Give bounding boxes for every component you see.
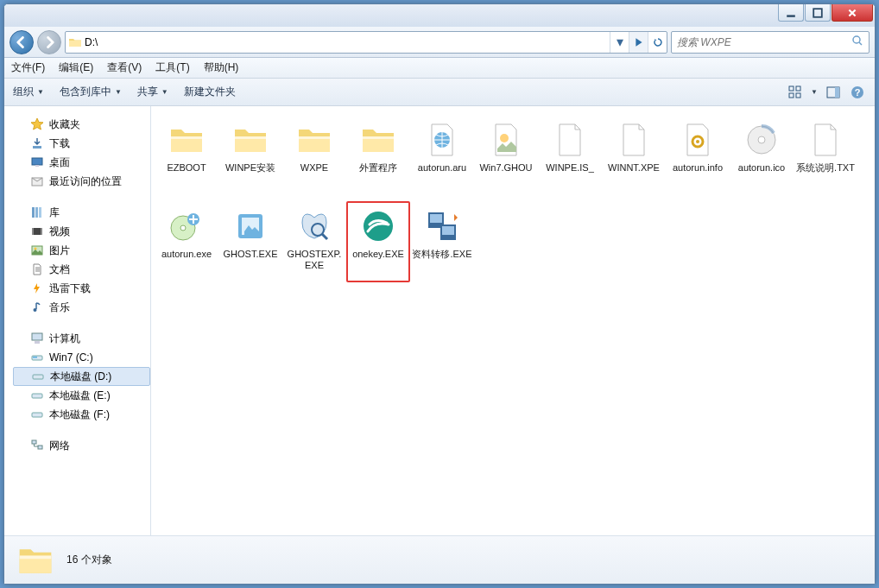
sidebar-item-downloads[interactable]: 下载 [13, 134, 150, 153]
file-generic-icon [485, 119, 527, 161]
file-item-WINPE[interactable]: WINPE安装 [218, 115, 282, 196]
transfer-icon [421, 205, 463, 247]
file-item-winpeis[interactable]: WINPE.IS_ [538, 115, 602, 196]
organize-label: 组织 [13, 85, 34, 99]
recent-icon [30, 174, 44, 188]
address-go-button[interactable] [629, 32, 648, 53]
file-item-autorunexe[interactable]: autorun.exe [155, 201, 218, 282]
menu-tools[interactable]: 工具(T) [155, 60, 189, 75]
sidebar-head-network[interactable]: 网络 [13, 436, 150, 455]
sidebar-item-pictures[interactable]: 图片 [13, 241, 150, 260]
sidebar-item-drive-e[interactable]: 本地磁盘 (E:) [13, 386, 150, 405]
file-label: WINPE.IS_ [546, 162, 594, 174]
file-item-autorunico[interactable]: autorun.ico [730, 115, 794, 196]
folder-icon [357, 119, 399, 161]
back-button[interactable] [9, 30, 34, 54]
file-item-autorunaru[interactable]: autorun.aru [410, 115, 474, 196]
sidebar-item-desktop[interactable]: 桌面 [13, 153, 150, 172]
refresh-button[interactable] [648, 32, 667, 53]
file-blank-icon [613, 119, 655, 161]
help-button[interactable]: ? [849, 84, 866, 101]
file-item-external[interactable]: 外置程序 [346, 115, 410, 196]
svg-rect-1 [813, 9, 822, 17]
music-icon [30, 300, 44, 314]
sidebar-item-thunder[interactable]: 迅雷下载 [13, 279, 150, 298]
sidebar-item-videos[interactable]: 视频 [13, 222, 150, 241]
file-label: WINNT.XPE [608, 162, 660, 174]
file-item-ghostexpexe[interactable]: GHOSTEXP.EXE [282, 201, 346, 282]
sidebar-group-libraries: 库 视频 图片 文档 迅雷下载 [13, 203, 150, 317]
sidebar-item-music[interactable]: 音乐 [13, 298, 150, 317]
sidebar-item-label: 最近访问的位置 [49, 174, 122, 189]
search-box[interactable] [671, 31, 870, 54]
forward-button[interactable] [37, 30, 61, 54]
menu-bar: 文件(F) 编辑(E) 查看(V) 工具(T) 帮助(H) [4, 58, 875, 79]
file-item-winntxpe[interactable]: WINNT.XPE [602, 115, 666, 196]
file-label: autorun.ico [738, 162, 785, 174]
file-item-autoruninfo[interactable]: autorun.info [666, 115, 730, 196]
sidebar-group-favorites: 收藏夹 下载 桌面 最 [13, 115, 150, 191]
toolbar: 组织 ▼ 包含到库中 ▼ 共享 ▼ 新建文件夹 ▼ [4, 79, 875, 106]
include-button[interactable]: 包含到库中 ▼ [60, 85, 122, 99]
sidebar-network-label: 网络 [49, 439, 70, 453]
sidebar-item-recent[interactable]: 最近访问的位置 [13, 172, 150, 191]
svg-rect-31 [32, 440, 36, 444]
newfolder-button[interactable]: 新建文件夹 [184, 85, 236, 99]
sidebar-item-label: 图片 [49, 243, 70, 258]
menu-help[interactable]: 帮助(H) [204, 60, 239, 75]
svg-rect-25 [35, 341, 40, 344]
document-icon [30, 262, 44, 276]
view-icons-button[interactable] [787, 84, 804, 101]
nav-bar: D:\ ▾ [4, 27, 875, 58]
sidebar-item-drive-f[interactable]: 本地磁盘 (F:) [13, 405, 150, 424]
network-icon [30, 439, 44, 452]
titlebar [4, 4, 875, 27]
svg-rect-8 [835, 87, 839, 98]
file-label: 外置程序 [359, 162, 397, 174]
close-button[interactable] [832, 4, 873, 22]
organize-button[interactable]: 组织 ▼ [13, 85, 44, 99]
svg-rect-27 [33, 357, 37, 358]
menu-file[interactable]: 文件(F) [11, 60, 45, 75]
exe-disc-icon [166, 205, 207, 247]
sidebar-head-libraries[interactable]: 库 [13, 203, 150, 222]
file-item-EZBOOT[interactable]: EZBOOT [155, 115, 218, 196]
file-item-WXPE[interactable]: WXPE [282, 115, 346, 196]
file-item-ghostexe[interactable]: GHOST.EXE [218, 201, 282, 282]
preview-pane-button[interactable] [825, 84, 842, 101]
maximize-button[interactable] [805, 4, 831, 22]
sidebar-item-documents[interactable]: 文档 [13, 260, 150, 279]
file-label: WXPE [300, 162, 328, 174]
menu-view[interactable]: 查看(V) [107, 60, 142, 75]
svg-rect-49 [442, 226, 454, 235]
file-gear-icon [677, 119, 718, 161]
svg-rect-28 [33, 375, 43, 379]
search-input[interactable] [677, 36, 851, 48]
share-button[interactable]: 共享 ▼ [137, 85, 168, 99]
address-dropdown[interactable]: ▾ [610, 32, 629, 53]
file-label: autorun.aru [418, 162, 466, 174]
folder-icon [166, 119, 207, 161]
file-item-transfer[interactable]: 资料转移.EXE [410, 201, 474, 282]
sidebar-head-favorites[interactable]: 收藏夹 [13, 115, 150, 134]
file-item-desc[interactable]: 系统说明.TXT [794, 115, 857, 196]
sidebar-item-drive-d[interactable]: 本地磁盘 (D:) [13, 367, 150, 386]
svg-point-40 [180, 225, 186, 231]
sidebar-item-drive-c[interactable]: Win7 (C:) [13, 348, 150, 367]
minimize-button[interactable] [778, 4, 804, 22]
star-icon [30, 117, 44, 131]
file-item-win7ghou[interactable]: Win7.GHOU [474, 115, 538, 196]
menu-edit[interactable]: 编辑(E) [59, 60, 93, 75]
file-label: GHOSTEXP.EXE [284, 249, 345, 270]
sidebar-favorites-label: 收藏夹 [49, 117, 80, 132]
file-content-area[interactable]: EZBOOTWINPE安装WXPE外置程序autorun.aruWin7.GHO… [151, 106, 875, 535]
svg-rect-29 [32, 394, 42, 398]
file-label: 资料转移.EXE [412, 249, 471, 260]
chevron-down-icon[interactable]: ▼ [811, 88, 818, 96]
sidebar-head-computer[interactable]: 计算机 [13, 329, 150, 348]
search-icon [851, 35, 863, 50]
folder-icon [66, 32, 85, 53]
file-item-onekeyexe[interactable]: onekey.EXE [346, 201, 410, 282]
address-bar[interactable]: D:\ ▾ [65, 31, 667, 54]
sidebar-item-label: 本地磁盘 (E:) [49, 389, 111, 403]
